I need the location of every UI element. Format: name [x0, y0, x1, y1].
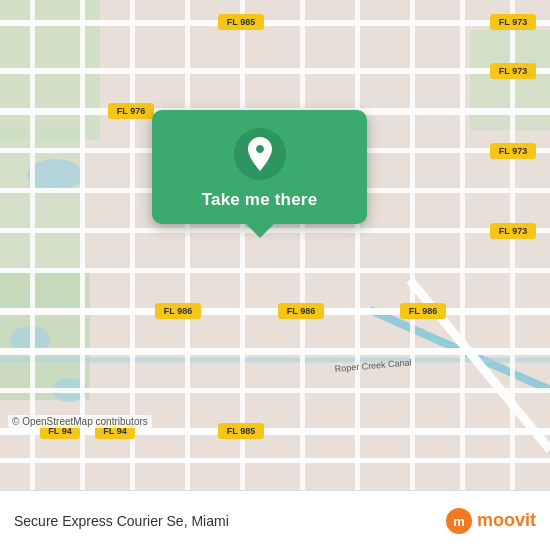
svg-text:FL 986: FL 986	[164, 306, 192, 316]
map-container: FL 985 FL 976 FL 973 FL 973 FL 973 FL 97…	[0, 0, 550, 490]
location-icon-circle	[234, 128, 286, 180]
svg-text:FL 986: FL 986	[287, 306, 315, 316]
popup-label: Take me there	[202, 190, 318, 210]
svg-text:m: m	[453, 514, 465, 529]
svg-rect-25	[185, 0, 190, 490]
svg-point-7	[27, 159, 83, 191]
svg-text:FL 973: FL 973	[499, 66, 527, 76]
bottom-bar: Secure Express Courier Se, Miami m moovi…	[0, 490, 550, 550]
svg-rect-28	[355, 0, 360, 490]
moovit-text: moovit	[477, 510, 536, 531]
svg-text:FL 973: FL 973	[499, 146, 527, 156]
svg-text:FL 973: FL 973	[499, 17, 527, 27]
svg-rect-26	[240, 0, 245, 490]
svg-rect-29	[410, 0, 415, 490]
moovit-brand-icon: m	[445, 507, 473, 535]
svg-text:FL 985: FL 985	[227, 426, 255, 436]
osm-credit: © OpenStreetMap contributors	[8, 415, 152, 428]
svg-text:FL 986: FL 986	[409, 306, 437, 316]
svg-text:FL 973: FL 973	[499, 226, 527, 236]
svg-text:FL 976: FL 976	[117, 106, 145, 116]
location-pin-icon	[246, 137, 274, 171]
popup-card[interactable]: Take me there	[152, 110, 367, 224]
moovit-logo: m moovit	[445, 507, 536, 535]
svg-text:FL 985: FL 985	[227, 17, 255, 27]
svg-rect-27	[300, 0, 305, 490]
location-name: Secure Express Courier Se, Miami	[14, 513, 445, 529]
svg-rect-30	[460, 0, 465, 490]
